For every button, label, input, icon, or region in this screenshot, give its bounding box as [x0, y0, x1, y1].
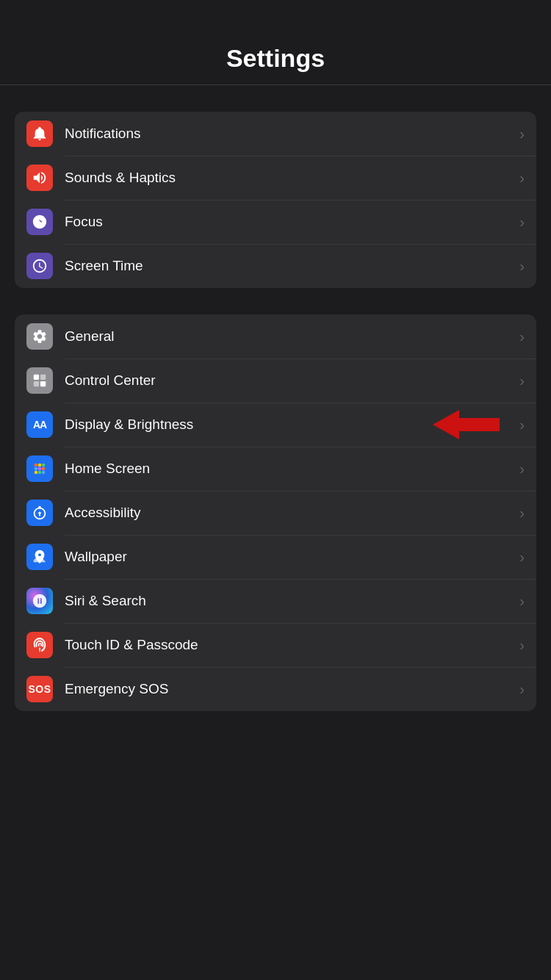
wallpaper-label: Wallpaper: [65, 549, 514, 565]
page-title: Settings: [226, 44, 325, 72]
svg-point-7: [35, 467, 38, 471]
wallpaper-icon: [32, 549, 48, 565]
svg-rect-2: [40, 375, 46, 380]
svg-point-14: [37, 553, 42, 558]
notifications-label: Notifications: [65, 126, 514, 142]
homescreen-icon: [32, 461, 48, 477]
focus-label: Focus: [65, 214, 514, 230]
wallpaper-icon-wrap: [26, 544, 53, 570]
touchid-label: Touch ID & Passcode: [65, 637, 514, 653]
svg-rect-1: [34, 381, 39, 386]
sounds-label: Sounds & Haptics: [65, 170, 514, 186]
siri-icon: [32, 593, 48, 609]
accessibility-chevron: ›: [519, 505, 525, 522]
siri-icon-wrap: [26, 588, 53, 614]
svg-point-4: [35, 464, 38, 467]
svg-point-6: [42, 464, 46, 467]
settings-row-display[interactable]: AA Display & Brightness ›: [15, 403, 536, 447]
svg-point-12: [42, 471, 46, 475]
controlcenter-chevron: ›: [519, 372, 525, 389]
notifications-chevron: ›: [519, 126, 525, 143]
screentime-icon: [32, 258, 48, 274]
notifications-icon-wrap: [26, 120, 53, 147]
touchid-icon: [32, 637, 48, 653]
accessibility-icon: [32, 505, 48, 521]
focus-icon: [32, 214, 48, 230]
svg-rect-3: [40, 381, 46, 386]
settings-row-screentime[interactable]: Screen Time ›: [15, 244, 536, 288]
sos-icon: SOS: [28, 683, 51, 695]
svg-point-10: [35, 471, 38, 475]
svg-rect-0: [34, 375, 39, 380]
touchid-icon-wrap: [26, 632, 53, 658]
screentime-icon-wrap: [26, 253, 53, 279]
screentime-chevron: ›: [519, 258, 525, 275]
sos-chevron: ›: [519, 681, 525, 698]
general-label: General: [65, 328, 514, 345]
general-icon: [32, 328, 48, 345]
svg-point-11: [38, 471, 42, 475]
controlcenter-icon-wrap: [26, 367, 53, 394]
settings-row-wallpaper[interactable]: Wallpaper ›: [15, 535, 536, 579]
settings-row-touchid[interactable]: Touch ID & Passcode ›: [15, 623, 536, 667]
settings-row-sounds[interactable]: Sounds & Haptics ›: [15, 156, 536, 200]
wallpaper-chevron: ›: [519, 549, 525, 566]
settings-row-accessibility[interactable]: Accessibility ›: [15, 491, 536, 535]
display-icon-wrap: AA: [26, 411, 53, 438]
settings-row-homescreen[interactable]: Home Screen ›: [15, 447, 536, 491]
settings-row-controlcenter[interactable]: Control Center ›: [15, 359, 536, 403]
sounds-chevron: ›: [519, 170, 525, 187]
controlcenter-label: Control Center: [65, 372, 514, 389]
svg-point-5: [38, 464, 42, 467]
touchid-chevron: ›: [519, 637, 525, 654]
section-2: General › Control Center › AA Display & …: [15, 314, 536, 711]
svg-point-9: [42, 467, 46, 471]
homescreen-label: Home Screen: [65, 461, 514, 477]
sos-label: Emergency SOS: [65, 681, 514, 697]
general-chevron: ›: [519, 328, 525, 345]
sos-icon-wrap: SOS: [26, 676, 53, 702]
settings-row-notifications[interactable]: Notifications ›: [15, 112, 536, 156]
display-aa-icon: AA: [33, 419, 46, 430]
settings-row-siri[interactable]: Siri & Search ›: [15, 579, 536, 623]
screentime-label: Screen Time: [65, 258, 514, 274]
display-chevron: ›: [519, 417, 525, 433]
notifications-icon: [32, 126, 48, 142]
controlcenter-icon: [32, 372, 48, 389]
sounds-icon: [32, 170, 48, 186]
homescreen-chevron: ›: [519, 461, 525, 478]
svg-point-8: [38, 467, 42, 471]
settings-row-focus[interactable]: Focus ›: [15, 200, 536, 244]
homescreen-icon-wrap: [26, 455, 53, 482]
focus-icon-wrap: [26, 209, 53, 235]
sounds-icon-wrap: [26, 165, 53, 191]
settings-header: Settings: [0, 0, 551, 85]
accessibility-label: Accessibility: [65, 505, 514, 521]
section-1: Notifications › Sounds & Haptics › Focus…: [15, 112, 536, 288]
display-label: Display & Brightness: [65, 417, 514, 433]
siri-label: Siri & Search: [65, 593, 514, 609]
siri-chevron: ›: [519, 593, 525, 610]
settings-row-general[interactable]: General ›: [15, 314, 536, 359]
focus-chevron: ›: [519, 214, 525, 231]
accessibility-icon-wrap: [26, 500, 53, 526]
settings-row-sos[interactable]: SOS Emergency SOS ›: [15, 667, 536, 711]
general-icon-wrap: [26, 323, 53, 350]
